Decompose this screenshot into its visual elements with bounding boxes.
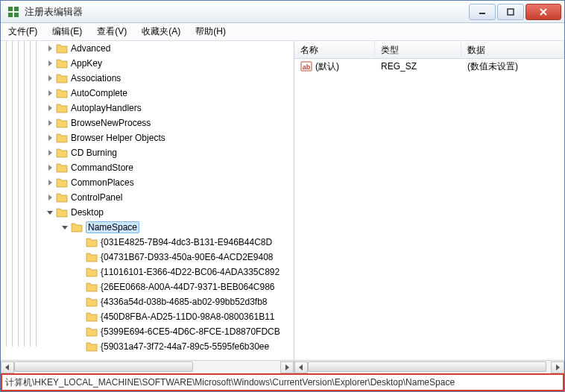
folder-icon	[56, 177, 68, 188]
tree-row[interactable]: BrowseNewProcess	[1, 116, 294, 130]
menu-help[interactable]: 帮助(H)	[192, 24, 229, 39]
tree-row[interactable]: {26EE0668-A00A-44D7-9371-BEB064C986	[1, 279, 294, 294]
menu-edit[interactable]: 编辑(E)	[49, 24, 85, 39]
tree-node-label: AutoplayHandlers	[71, 103, 142, 113]
svg-rect-3	[14, 13, 19, 17]
menu-view[interactable]: 查看(V)	[94, 24, 130, 39]
svg-marker-18	[48, 195, 52, 200]
scroll-left-button[interactable]	[1, 361, 14, 373]
tree-row[interactable]: NameSpace	[1, 220, 294, 235]
tree-row[interactable]: Desktop	[1, 205, 294, 220]
list-row[interactable]: ab(默认)REG_SZ(数值未设置)	[294, 59, 564, 74]
tree-row[interactable]: Associations	[1, 71, 294, 86]
twisty-none	[75, 297, 84, 306]
value-name: (默认)	[315, 60, 339, 73]
chevron-down-icon[interactable]	[60, 223, 69, 232]
scroll-thumb[interactable]	[308, 361, 546, 372]
chevron-right-icon[interactable]	[45, 163, 54, 172]
twisty-none	[75, 268, 84, 276]
chevron-right-icon[interactable]	[45, 74, 54, 83]
folder-icon	[56, 58, 68, 69]
tree-row[interactable]: {04731B67-D933-450a-90E6-4ACD2E9408	[1, 250, 294, 265]
column-type[interactable]: 类型	[375, 41, 461, 58]
twisty-none	[75, 238, 84, 247]
minimize-button[interactable]	[469, 4, 496, 20]
chevron-right-icon[interactable]	[45, 59, 54, 68]
folder-icon	[56, 73, 68, 83]
twisty-none	[75, 342, 84, 351]
tree-node-label: ControlPanel	[71, 192, 122, 203]
registry-editor-window: 注册表编辑器 文件(F) 编辑(E) 查看(V) 收藏夹(A) 帮助(H) Ad…	[0, 0, 565, 392]
tree-row[interactable]: {031E4825-7B94-4dc3-B131-E946B44C8D	[1, 235, 294, 250]
value-type-cell: REG_SZ	[375, 60, 461, 72]
menu-file[interactable]: 文件(F)	[5, 24, 40, 39]
chevron-right-icon[interactable]	[45, 118, 54, 127]
tree-node-label: {031E4825-7B94-4dc3-B131-E946B44C8D	[101, 237, 272, 247]
chevron-right-icon[interactable]	[45, 104, 54, 113]
tree-row[interactable]: {5399E694-6CE5-4D6C-8FCE-1D8870FDCB	[1, 324, 294, 339]
svg-rect-5	[508, 9, 514, 15]
scroll-track[interactable]	[14, 361, 280, 373]
tree-row[interactable]: {59031a47-3f72-44a7-89c5-5595fe6b30ee	[1, 339, 294, 354]
folder-icon	[56, 88, 68, 98]
scroll-track[interactable]	[308, 361, 551, 373]
tree-pane: AdvancedAppKeyAssociationsAutoCompleteAu…	[1, 41, 294, 373]
chevron-down-icon[interactable]	[45, 208, 54, 217]
twisty-none	[75, 327, 84, 336]
tree-row[interactable]: AutoComplete	[1, 86, 294, 101]
folder-icon	[56, 133, 68, 143]
tree-row[interactable]: ControlPanel	[1, 190, 294, 205]
tree-node-label: Advanced	[71, 43, 110, 54]
tree-guide-line	[24, 41, 25, 347]
svg-marker-22	[285, 364, 289, 370]
column-data[interactable]: 数据	[461, 41, 564, 58]
chevron-right-icon[interactable]	[45, 178, 54, 187]
maximize-button[interactable]	[497, 4, 524, 20]
svg-marker-12	[48, 105, 52, 111]
chevron-right-icon[interactable]	[45, 89, 54, 98]
chevron-right-icon[interactable]	[45, 44, 54, 53]
tree-row[interactable]: AppKey	[1, 56, 294, 71]
tree-row[interactable]: {11016101-E366-4D22-BC06-4ADA335C892	[1, 265, 294, 279]
tree-node-label: {59031a47-3f72-44a7-89c5-5595fe6b30ee	[101, 341, 269, 352]
column-name[interactable]: 名称	[294, 41, 375, 58]
registry-icon	[7, 5, 20, 19]
tree-row[interactable]: {4336a54d-038b-4685-ab02-99bb52d3fb8	[1, 294, 294, 309]
tree-node-label: NameSpace	[86, 221, 139, 233]
tree-node-label: AppKey	[71, 58, 102, 69]
folder-icon	[56, 207, 68, 218]
tree-row[interactable]: CommonPlaces	[1, 175, 294, 190]
tree-row[interactable]: CD Burning	[1, 145, 294, 160]
list-header: 名称 类型 数据	[294, 41, 564, 59]
tree-scroll-area[interactable]: AdvancedAppKeyAssociationsAutoCompleteAu…	[1, 41, 294, 360]
tree-row[interactable]: {450D8FBA-AD25-11D0-98A8-0800361B11	[1, 309, 294, 324]
tree-row[interactable]: AutoplayHandlers	[1, 101, 294, 116]
list-body[interactable]: ab(默认)REG_SZ(数值未设置)	[294, 59, 564, 360]
chevron-right-icon[interactable]	[45, 193, 54, 202]
titlebar[interactable]: 注册表编辑器	[1, 1, 564, 23]
svg-rect-0	[8, 7, 13, 11]
tree-node-label: {4336a54d-038b-4685-ab02-99bb52d3fb8	[101, 297, 268, 307]
chevron-right-icon[interactable]	[45, 148, 54, 157]
scroll-thumb[interactable]	[14, 361, 193, 372]
svg-marker-14	[48, 135, 52, 141]
tree-row[interactable]: Browser Helper Objects	[1, 130, 294, 145]
folder-icon	[86, 282, 98, 292]
svg-marker-19	[47, 211, 53, 215]
tree-row[interactable]: CommandStore	[1, 160, 294, 175]
list-hscrollbar[interactable]	[294, 360, 564, 373]
chevron-right-icon[interactable]	[45, 133, 54, 142]
tree-node-label: Browser Helper Objects	[71, 133, 165, 143]
tree-node-label: CD Burning	[71, 148, 117, 158]
window-buttons	[469, 4, 561, 20]
tree-node-label: CommandStore	[71, 162, 133, 173]
svg-marker-17	[48, 180, 52, 186]
tree-row[interactable]: Advanced	[1, 41, 294, 56]
folder-icon	[71, 222, 83, 233]
close-button[interactable]	[525, 4, 561, 20]
tree-hscrollbar[interactable]	[1, 360, 294, 373]
scroll-right-button[interactable]	[551, 361, 564, 373]
scroll-right-button[interactable]	[280, 361, 294, 373]
menu-favorites[interactable]: 收藏夹(A)	[139, 24, 183, 39]
scroll-left-button[interactable]	[294, 361, 308, 373]
